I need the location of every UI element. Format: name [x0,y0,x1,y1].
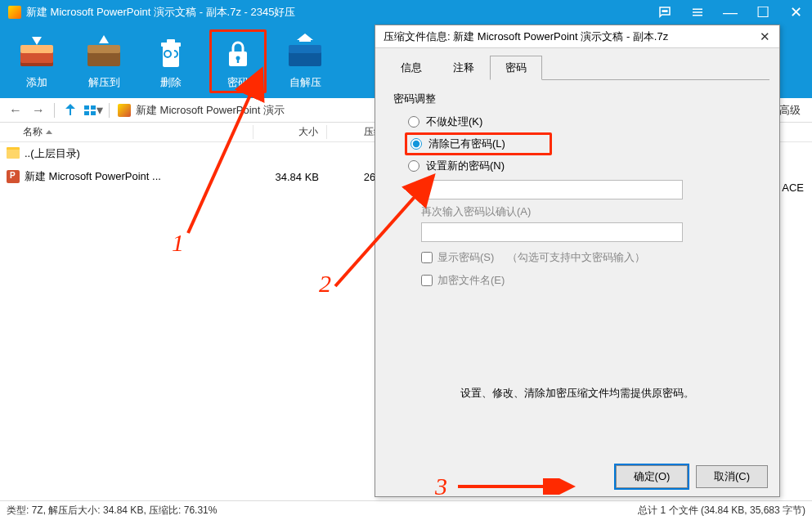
delete-icon [153,36,189,72]
group-title: 密码调整 [393,92,761,106]
sort-asc-icon [46,130,52,134]
dialog-tabs: 信息 注释 密码 [385,55,769,80]
radio-set-password[interactable]: 设置新的密码(N) [405,157,761,175]
ok-button[interactable]: 确定(O) [616,465,688,488]
svg-point-0 [662,11,664,12]
extract-label: 解压到 [88,75,120,90]
radio-input[interactable] [408,116,419,128]
dialog-footer: 确定(O) 取消(C) [616,465,768,488]
sfx-button[interactable]: 自解压 [276,29,334,93]
status-bar: 类型: 7Z, 解压后大小: 34.84 KB, 压缩比: 76.31% 总计 … [0,500,812,520]
minimize-button[interactable]: — [714,0,747,25]
show-password-checkbox[interactable]: 显示密码(S) （勾选可支持中文密码输入） [421,250,761,265]
password-input[interactable] [421,180,683,199]
svg-point-2 [666,11,668,12]
svg-rect-15 [91,111,96,115]
svg-rect-13 [91,105,96,110]
show-password-hint: （勾选可支持中文密码输入） [507,250,645,265]
extract-button[interactable]: 解压到 [75,29,132,93]
encrypt-filename-checkbox[interactable]: 加密文件名(E) [421,273,761,288]
svg-rect-8 [167,39,175,43]
forward-button[interactable]: → [28,101,49,120]
password-group: 密码调整 不做处理(K) 清除已有密码(L) 设置新的密码(N) 再次输入密码以… [385,92,769,401]
password-button[interactable]: 密码 [209,29,267,93]
back-button[interactable]: ← [5,101,26,120]
maximize-button[interactable]: ☐ [747,0,779,25]
checkbox-input[interactable] [421,275,433,286]
svg-rect-11 [237,59,239,63]
password-label: 密码 [227,75,249,90]
delete-label: 删除 [160,75,182,90]
confirm-hint: 再次输入密码以确认(A) [421,204,761,219]
status-right: 总计 1 个文件 (34.84 KB, 35,683 字节) [638,504,805,518]
archive-info-dialog: 压缩文件信息: 新建 Microsoft PowerPoint 演示文稿 - 副… [375,25,780,497]
radio-no-change[interactable]: 不做处理(K) [405,113,761,131]
cancel-button[interactable]: 取消(C) [696,465,768,488]
col-name[interactable]: 名称 [0,125,253,139]
tab-info[interactable]: 信息 [385,56,437,80]
sfx-icon [287,36,323,72]
add-button[interactable]: 添加 [8,29,65,93]
svg-rect-14 [84,111,89,115]
ppt-icon [7,170,20,183]
app-icon [8,6,21,19]
titlebar: 新建 Microsoft PowerPoint 演示文稿 - 副本.7z - 2… [0,0,812,25]
window-title: 新建 Microsoft PowerPoint 演示文稿 - 副本.7z - 2… [26,5,648,20]
tab-password[interactable]: 密码 [490,56,542,80]
password-confirm-input[interactable] [421,222,683,242]
delete-button[interactable]: 删除 [142,29,200,93]
checkbox-input[interactable] [421,252,433,263]
window-buttons: — ☐ ✕ [648,0,812,25]
col-size[interactable]: 大小 [253,125,327,139]
row-size: 34.84 KB [253,171,327,183]
archive-icon [118,104,131,117]
svg-rect-12 [84,105,89,110]
folder-icon [7,147,20,160]
tab-comment[interactable]: 注释 [437,56,490,80]
dialog-note: 设置、修改、清除加密压缩文件均需提供原密码。 [393,386,761,401]
close-button[interactable]: ✕ [779,0,812,25]
dialog-title: 压缩文件信息: 新建 Microsoft PowerPoint 演示文稿 - 副… [384,29,755,44]
separator [54,103,55,118]
menu-icon[interactable] [681,0,714,25]
trail-label: ACE [782,182,804,194]
status-left: 类型: 7Z, 解压后大小: 34.84 KB, 压缩比: 76.31% [7,504,217,518]
row-name: 新建 Microsoft PowerPoint ... [25,169,161,184]
sfx-label: 自解压 [289,75,321,90]
radio-input[interactable] [408,160,419,172]
add-label: 添加 [26,75,47,90]
password-icon [220,36,256,72]
separator [109,103,110,118]
row-name: ..(上层目录) [25,146,80,161]
radio-input[interactable] [410,138,422,150]
view-button[interactable]: ▾ [83,101,104,120]
dialog-close-button[interactable]: ✕ [755,29,774,45]
extract-icon [86,36,122,72]
dialog-titlebar: 压缩文件信息: 新建 Microsoft PowerPoint 演示文稿 - 副… [375,25,779,48]
add-icon [19,36,55,72]
feedback-icon[interactable] [648,0,681,25]
radio-clear-password[interactable]: 清除已有密码(L) [405,132,552,155]
up-button[interactable] [60,101,81,120]
svg-point-1 [664,11,666,12]
